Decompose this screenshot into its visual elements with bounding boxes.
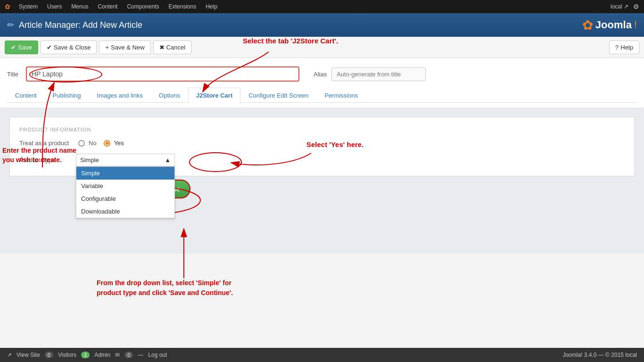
title-input[interactable] <box>26 66 299 82</box>
question-icon: ? <box>615 44 619 51</box>
view-site-link[interactable]: View Site <box>17 352 40 358</box>
x-icon: ✖ <box>159 44 165 51</box>
nav-content[interactable]: Content <box>94 3 121 10</box>
nav-menus[interactable]: Menus <box>67 3 92 10</box>
tab-content[interactable]: Content <box>7 88 45 103</box>
select-container: Simple ▲ Simple Variable Configurable Do… <box>76 154 175 166</box>
selected-value: Simple <box>80 156 99 164</box>
separator: — <box>138 352 143 358</box>
content-panel: PRODUCT INFORMATION Treat as a product N… <box>0 107 644 254</box>
joomla-logo-text: Joomla <box>595 19 632 31</box>
radio-no-label: No <box>89 140 97 147</box>
save-button[interactable]: ✔ Save <box>5 41 38 54</box>
product-type-row: Product Type Simple ▲ Simple Variable Co… <box>19 154 625 166</box>
nav-components[interactable]: Components <box>123 3 163 10</box>
nav-users[interactable]: Users <box>43 3 66 10</box>
plus-icon: + <box>105 44 109 51</box>
tab-permissions[interactable]: Permissions <box>316 88 366 103</box>
dropdown-item-simple[interactable]: Simple <box>76 167 174 180</box>
joomla-flame-icon: ✿ <box>5 3 10 10</box>
alias-input[interactable] <box>331 67 426 81</box>
radio-group: No Yes <box>78 140 124 147</box>
title-row: Title Alias <box>7 63 637 85</box>
treat-label: Treat as a product <box>19 140 69 147</box>
tab-configure[interactable]: Configure Edit Screen <box>240 88 316 103</box>
tabs: Content Publishing Images and links Opti… <box>7 88 637 103</box>
radio-yes-label: Yes <box>114 140 124 147</box>
gear-icon[interactable]: ⚙ <box>633 3 639 10</box>
save-icon: ✔ <box>11 44 16 51</box>
main-content: Title Alias Content Publishing Images an… <box>0 58 644 107</box>
nav-extensions[interactable]: Extensions <box>165 3 200 10</box>
dropdown-item-downloadable[interactable]: Downloadable <box>76 205 174 218</box>
product-type-label: Product Type <box>19 156 66 164</box>
cancel-button[interactable]: ✖ Cancel <box>153 41 191 54</box>
visitors-label: Visitors <box>58 352 76 358</box>
annotation-dropdown: From the drop down list, select 'Simple'… <box>97 278 233 298</box>
tab-j2store[interactable]: J2Store Cart <box>188 88 240 103</box>
admin-badge: 1 <box>81 352 90 358</box>
save-new-button[interactable]: + Save & New <box>99 41 150 54</box>
dropdown-list: Simple Variable Configurable Downloadabl… <box>76 166 175 218</box>
mail-icon: ✉ <box>115 352 120 358</box>
radio-no-option[interactable]: No <box>78 140 97 147</box>
nav-help[interactable]: Help <box>202 3 221 10</box>
nav-system[interactable]: System <box>15 3 41 10</box>
version-text: Joomla! 3.4.0 — © 2015 local <box>562 352 637 358</box>
tab-images-links[interactable]: Images and links <box>89 88 151 103</box>
radio-no-circle <box>78 140 85 147</box>
dropdown-item-configurable[interactable]: Configurable <box>76 192 174 205</box>
joomla-logo-exclaim: ! <box>634 19 637 31</box>
tab-publishing[interactable]: Publishing <box>45 88 89 103</box>
product-info-section: PRODUCT INFORMATION Treat as a product N… <box>9 117 635 176</box>
section-title: PRODUCT INFORMATION <box>19 127 625 132</box>
radio-yes-option[interactable]: Yes <box>104 140 124 147</box>
help-button[interactable]: ? Help <box>609 41 639 54</box>
toolbar: ✔ Save ✔ Save & Close + Save & New ✖ Can… <box>0 37 644 58</box>
dropdown-item-variable[interactable]: Variable <box>76 180 174 192</box>
alias-label: Alias <box>314 71 327 78</box>
logout-badge: 0 <box>124 352 133 358</box>
status-bar: ↗ View Site 0 Visitors 1 Admin ✉ 0 — Log… <box>0 348 644 362</box>
check-icon: ✔ <box>47 44 52 51</box>
local-link[interactable]: local ↗ <box>611 3 628 10</box>
tab-options[interactable]: Options <box>151 88 188 103</box>
page-title: Article Manager: Add New Article <box>19 20 142 30</box>
save-close-button[interactable]: ✔ Save & Close <box>41 41 97 54</box>
title-label: Title <box>7 71 21 78</box>
radio-yes-circle <box>104 140 110 147</box>
view-site-icon: ↗ <box>7 352 12 358</box>
visitors-badge: 0 <box>45 352 53 358</box>
treat-row: Treat as a product No Yes <box>19 140 625 147</box>
admin-label: Admin <box>94 352 110 358</box>
header-bar: ✏ Article Manager: Add New Article ✿ Joo… <box>0 13 644 37</box>
joomla-logo-icon: ✿ <box>582 17 593 33</box>
system-bar: ✿ System Users Menus Content Components … <box>0 0 644 13</box>
select-display[interactable]: Simple ▲ <box>76 154 175 166</box>
edit-pencil-icon: ✏ <box>7 20 14 30</box>
joomla-logo: ✿ Joomla ! <box>582 17 637 33</box>
chevron-up-icon: ▲ <box>165 156 171 164</box>
logout-link[interactable]: Log out <box>148 352 167 358</box>
